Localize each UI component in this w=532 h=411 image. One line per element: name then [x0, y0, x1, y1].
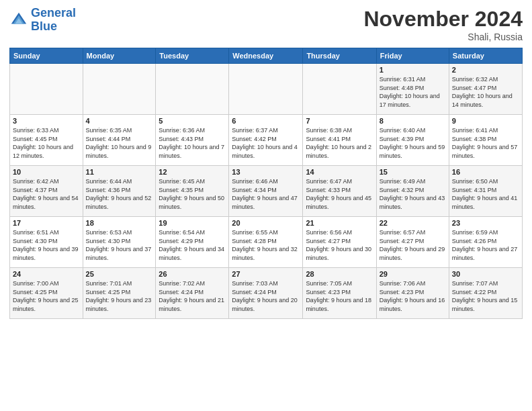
- day-cell: 19Sunrise: 6:54 AM Sunset: 4:29 PM Dayli…: [156, 217, 229, 268]
- day-info: Sunrise: 7:05 AM Sunset: 4:23 PM Dayligh…: [306, 279, 373, 313]
- day-info: Sunrise: 6:57 AM Sunset: 4:27 PM Dayligh…: [380, 228, 446, 262]
- day-cell: 4Sunrise: 6:35 AM Sunset: 4:44 PM Daylig…: [83, 115, 156, 166]
- day-cell: 18Sunrise: 6:53 AM Sunset: 4:30 PM Dayli…: [83, 217, 156, 268]
- day-cell: 24Sunrise: 7:00 AM Sunset: 4:25 PM Dayli…: [10, 268, 83, 319]
- day-info: Sunrise: 6:55 AM Sunset: 4:28 PM Dayligh…: [232, 228, 300, 262]
- day-number: 24: [13, 270, 80, 278]
- day-number: 9: [452, 117, 519, 125]
- day-number: 16: [452, 168, 519, 176]
- day-cell: [10, 64, 83, 115]
- day-cell: [83, 64, 156, 115]
- day-cell: 6Sunrise: 6:37 AM Sunset: 4:42 PM Daylig…: [229, 115, 303, 166]
- day-cell: 17Sunrise: 6:51 AM Sunset: 4:30 PM Dayli…: [10, 217, 83, 268]
- day-info: Sunrise: 6:36 AM Sunset: 4:43 PM Dayligh…: [159, 126, 226, 160]
- week-row-0: 1Sunrise: 6:31 AM Sunset: 4:48 PM Daylig…: [10, 64, 523, 115]
- day-info: Sunrise: 6:37 AM Sunset: 4:42 PM Dayligh…: [232, 126, 300, 160]
- day-info: Sunrise: 6:35 AM Sunset: 4:44 PM Dayligh…: [86, 126, 153, 160]
- day-cell: 3Sunrise: 6:33 AM Sunset: 4:45 PM Daylig…: [10, 115, 83, 166]
- day-cell: 2Sunrise: 6:32 AM Sunset: 4:47 PM Daylig…: [449, 64, 522, 115]
- day-number: 22: [380, 219, 446, 227]
- day-info: Sunrise: 7:01 AM Sunset: 4:25 PM Dayligh…: [86, 279, 153, 313]
- calendar: SundayMondayTuesdayWednesdayThursdayFrid…: [9, 48, 523, 319]
- day-cell: [303, 64, 376, 115]
- title-block: November 2024 Shali, Russia: [363, 7, 523, 42]
- day-info: Sunrise: 7:02 AM Sunset: 4:24 PM Dayligh…: [159, 279, 226, 313]
- day-info: Sunrise: 6:56 AM Sunset: 4:27 PM Dayligh…: [306, 228, 373, 262]
- day-number: 5: [159, 117, 226, 125]
- day-cell: 23Sunrise: 6:59 AM Sunset: 4:26 PM Dayli…: [449, 217, 522, 268]
- day-cell: [229, 64, 303, 115]
- header-wednesday: Wednesday: [229, 48, 303, 64]
- day-info: Sunrise: 6:40 AM Sunset: 4:39 PM Dayligh…: [380, 126, 446, 160]
- day-number: 10: [13, 168, 80, 176]
- day-number: 1: [380, 66, 446, 74]
- day-number: 28: [306, 270, 373, 278]
- week-row-4: 24Sunrise: 7:00 AM Sunset: 4:25 PM Dayli…: [10, 268, 523, 319]
- calendar-header-row: SundayMondayTuesdayWednesdayThursdayFrid…: [10, 48, 523, 64]
- page: General Blue November 2024 Shali, Russia…: [0, 0, 532, 411]
- day-cell: [156, 64, 229, 115]
- day-number: 7: [306, 117, 373, 125]
- day-number: 15: [380, 168, 446, 176]
- day-number: 19: [159, 219, 226, 227]
- day-cell: 15Sunrise: 6:49 AM Sunset: 4:32 PM Dayli…: [376, 166, 449, 217]
- day-cell: 30Sunrise: 7:07 AM Sunset: 4:22 PM Dayli…: [449, 268, 522, 319]
- day-number: 23: [452, 219, 519, 227]
- day-info: Sunrise: 6:45 AM Sunset: 4:35 PM Dayligh…: [159, 177, 226, 211]
- logo-text: General Blue: [31, 7, 76, 34]
- day-cell: 10Sunrise: 6:42 AM Sunset: 4:37 PM Dayli…: [10, 166, 83, 217]
- logo-icon: [9, 11, 28, 30]
- day-number: 8: [380, 117, 446, 125]
- day-cell: 11Sunrise: 6:44 AM Sunset: 4:36 PM Dayli…: [83, 166, 156, 217]
- day-cell: 28Sunrise: 7:05 AM Sunset: 4:23 PM Dayli…: [303, 268, 376, 319]
- day-cell: 26Sunrise: 7:02 AM Sunset: 4:24 PM Dayli…: [156, 268, 229, 319]
- day-number: 25: [86, 270, 153, 278]
- day-info: Sunrise: 6:41 AM Sunset: 4:38 PM Dayligh…: [452, 126, 519, 160]
- day-info: Sunrise: 6:31 AM Sunset: 4:48 PM Dayligh…: [380, 75, 446, 109]
- day-info: Sunrise: 6:59 AM Sunset: 4:26 PM Dayligh…: [452, 228, 519, 262]
- month-title: November 2024: [363, 7, 523, 32]
- day-number: 11: [86, 168, 153, 176]
- day-number: 27: [232, 270, 300, 278]
- week-row-3: 17Sunrise: 6:51 AM Sunset: 4:30 PM Dayli…: [10, 217, 523, 268]
- day-number: 14: [306, 168, 373, 176]
- day-cell: 7Sunrise: 6:38 AM Sunset: 4:41 PM Daylig…: [303, 115, 376, 166]
- day-cell: 25Sunrise: 7:01 AM Sunset: 4:25 PM Dayli…: [83, 268, 156, 319]
- day-info: Sunrise: 6:32 AM Sunset: 4:47 PM Dayligh…: [452, 75, 519, 109]
- day-cell: 1Sunrise: 6:31 AM Sunset: 4:48 PM Daylig…: [376, 64, 449, 115]
- day-cell: 9Sunrise: 6:41 AM Sunset: 4:38 PM Daylig…: [449, 115, 522, 166]
- week-row-2: 10Sunrise: 6:42 AM Sunset: 4:37 PM Dayli…: [10, 166, 523, 217]
- day-info: Sunrise: 6:53 AM Sunset: 4:30 PM Dayligh…: [86, 228, 153, 262]
- day-cell: 8Sunrise: 6:40 AM Sunset: 4:39 PM Daylig…: [376, 115, 449, 166]
- header-sunday: Sunday: [10, 48, 83, 64]
- day-number: 2: [452, 66, 519, 74]
- day-info: Sunrise: 6:50 AM Sunset: 4:31 PM Dayligh…: [452, 177, 519, 211]
- day-cell: 12Sunrise: 6:45 AM Sunset: 4:35 PM Dayli…: [156, 166, 229, 217]
- day-number: 20: [232, 219, 300, 227]
- day-info: Sunrise: 7:03 AM Sunset: 4:24 PM Dayligh…: [232, 279, 300, 313]
- logo-general: General: [31, 6, 76, 19]
- day-number: 6: [232, 117, 300, 125]
- day-cell: 13Sunrise: 6:46 AM Sunset: 4:34 PM Dayli…: [229, 166, 303, 217]
- header-thursday: Thursday: [303, 48, 376, 64]
- day-number: 13: [232, 168, 300, 176]
- header-friday: Friday: [376, 48, 449, 64]
- day-info: Sunrise: 7:06 AM Sunset: 4:23 PM Dayligh…: [380, 279, 446, 313]
- day-cell: 20Sunrise: 6:55 AM Sunset: 4:28 PM Dayli…: [229, 217, 303, 268]
- day-info: Sunrise: 6:38 AM Sunset: 4:41 PM Dayligh…: [306, 126, 373, 160]
- header-tuesday: Tuesday: [156, 48, 229, 64]
- day-info: Sunrise: 6:51 AM Sunset: 4:30 PM Dayligh…: [13, 228, 80, 262]
- day-info: Sunrise: 7:07 AM Sunset: 4:22 PM Dayligh…: [452, 279, 519, 313]
- logo-blue: Blue: [31, 19, 57, 33]
- day-cell: 27Sunrise: 7:03 AM Sunset: 4:24 PM Dayli…: [229, 268, 303, 319]
- day-info: Sunrise: 7:00 AM Sunset: 4:25 PM Dayligh…: [13, 279, 80, 313]
- day-info: Sunrise: 6:46 AM Sunset: 4:34 PM Dayligh…: [232, 177, 300, 211]
- day-info: Sunrise: 6:44 AM Sunset: 4:36 PM Dayligh…: [86, 177, 153, 211]
- day-number: 12: [159, 168, 226, 176]
- day-info: Sunrise: 6:49 AM Sunset: 4:32 PM Dayligh…: [380, 177, 446, 211]
- day-number: 18: [86, 219, 153, 227]
- day-info: Sunrise: 6:33 AM Sunset: 4:45 PM Dayligh…: [13, 126, 80, 160]
- header-saturday: Saturday: [449, 48, 522, 64]
- day-cell: 14Sunrise: 6:47 AM Sunset: 4:33 PM Dayli…: [303, 166, 376, 217]
- day-cell: 5Sunrise: 6:36 AM Sunset: 4:43 PM Daylig…: [156, 115, 229, 166]
